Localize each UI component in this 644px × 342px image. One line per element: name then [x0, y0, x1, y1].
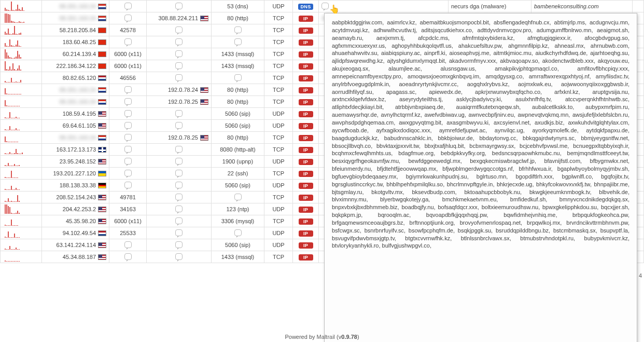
- flag-cn-icon: [98, 39, 106, 45]
- comment-icon[interactable]: [175, 206, 183, 212]
- comment-icon[interactable]: [124, 38, 132, 45]
- comment-icon[interactable]: [234, 229, 242, 236]
- ip-badge[interactable]: IP: [299, 63, 313, 70]
- ip-badge[interactable]: IP: [299, 135, 313, 141]
- comment-icon[interactable]: [124, 3, 132, 9]
- comment-icon[interactable]: [124, 170, 132, 176]
- sparkline: [3, 97, 39, 106]
- ip-badge[interactable]: IP: [299, 207, 313, 213]
- src-ip[interactable]: 89.201.163.24: [60, 87, 96, 93]
- maltrail-link[interactable]: MMaltrailaltrail: [317, 334, 335, 340]
- src-ip[interactable]: 58.218.205.84: [60, 27, 96, 33]
- dst-ip[interactable]: 192.0.78.24: [168, 87, 198, 93]
- comment-icon[interactable]: [175, 241, 183, 248]
- comment-icon[interactable]: [124, 122, 132, 129]
- comment-icon[interactable]: [321, 3, 329, 9]
- ip-badge[interactable]: IP: [299, 111, 313, 117]
- flag-us-icon: [98, 218, 106, 224]
- comment-icon[interactable]: [124, 86, 132, 93]
- src-ip[interactable]: 89.201.163.24: [60, 99, 96, 105]
- dst-ip[interactable]: 308.88.224.211: [159, 15, 198, 21]
- comment-icon[interactable]: [124, 253, 132, 260]
- ip-badge[interactable]: IP: [299, 159, 313, 165]
- comment-icon[interactable]: [175, 110, 183, 117]
- src-ip[interactable]: 94.102.49.54: [63, 230, 96, 236]
- comment-icon[interactable]: [175, 122, 183, 129]
- comment-icon[interactable]: [175, 26, 183, 33]
- ip-badge[interactable]: IP: [299, 171, 313, 177]
- ip-badge[interactable]: IP: [299, 123, 313, 129]
- sparkline: [3, 49, 39, 59]
- flag-us-icon: [200, 87, 208, 93]
- src-ip[interactable]: 89.201.163.24: [60, 3, 96, 9]
- src-ip[interactable]: 80.82.65.120: [63, 75, 96, 81]
- comment-icon[interactable]: [124, 98, 132, 105]
- comment-icon[interactable]: [175, 229, 183, 236]
- src-ip[interactable]: 183.60.48.25: [63, 39, 96, 45]
- comment-icon[interactable]: [175, 38, 183, 45]
- ip-badge[interactable]: IP: [299, 147, 313, 153]
- ip-badge[interactable]: IP: [299, 16, 313, 22]
- comment-icon[interactable]: [175, 158, 183, 165]
- ip-badge[interactable]: IP: [299, 99, 313, 105]
- flag-hr-icon: [98, 135, 106, 141]
- ip-badge[interactable]: IP: [299, 195, 313, 201]
- ip-badge[interactable]: IP: [299, 51, 313, 58]
- comment-icon[interactable]: [175, 146, 183, 153]
- src-ip[interactable]: 222.186.34.122: [57, 63, 96, 69]
- ip-badge[interactable]: IP: [299, 230, 313, 237]
- src-ip[interactable]: 89.201.163.24: [60, 15, 96, 21]
- src-ip[interactable]: 69.64.61.105: [63, 122, 96, 129]
- comment-icon[interactable]: [124, 241, 132, 248]
- ip-badge[interactable]: IP: [299, 87, 313, 93]
- src-ip[interactable]: 188.138.33.38: [60, 182, 96, 188]
- src-ip[interactable]: 45.34.88.187: [63, 254, 96, 260]
- table-row[interactable]: 89.201.163.2453 (dns)UDPDNSnecurs dga (m…: [1, 1, 644, 12]
- src-ip[interactable]: 60.214.139.4: [63, 51, 96, 57]
- comment-icon[interactable]: [175, 253, 183, 260]
- reference-cell[interactable]: bambenekconsulting.com: [534, 3, 599, 9]
- comment-icon[interactable]: [234, 26, 242, 33]
- comment-icon[interactable]: [175, 50, 183, 57]
- comment-icon[interactable]: [124, 146, 132, 153]
- src-ip[interactable]: 45.35.98.20: [66, 218, 96, 224]
- comment-icon[interactable]: [234, 194, 242, 200]
- ip-badge[interactable]: IP: [299, 39, 313, 46]
- proto: TCP: [273, 146, 284, 153]
- ip-badge[interactable]: IP: [299, 242, 313, 249]
- proto: TCP: [273, 39, 284, 45]
- comment-icon[interactable]: [124, 110, 132, 117]
- ip-badge[interactable]: IP: [299, 254, 313, 261]
- sparkline: [3, 157, 39, 166]
- src-ip[interactable]: 163.172.13.173: [57, 146, 96, 153]
- comment-icon[interactable]: [234, 38, 242, 45]
- ip-badge[interactable]: IP: [299, 28, 313, 34]
- src-ip[interactable]: 108.59.4.195: [63, 111, 96, 117]
- comment-icon[interactable]: [175, 217, 183, 224]
- src-ip[interactable]: 23.95.248.152: [60, 158, 96, 165]
- dst-ip[interactable]: 192.0.78.25: [168, 99, 198, 105]
- ip-badge[interactable]: IP: [299, 75, 313, 81]
- comment-icon[interactable]: [175, 194, 183, 200]
- src-ip[interactable]: 204.42.253.2: [63, 206, 96, 212]
- comment-icon[interactable]: [175, 3, 183, 9]
- dns-badge[interactable]: DNS: [298, 4, 314, 10]
- comment-icon[interactable]: [234, 74, 242, 81]
- comment-icon[interactable]: [175, 74, 183, 81]
- comment-icon[interactable]: [124, 182, 132, 188]
- comment-icon[interactable]: [124, 158, 132, 165]
- dst-ip[interactable]: 192.0.78.25: [168, 134, 198, 141]
- src-ip[interactable]: 208.52.154.243: [57, 194, 96, 200]
- ip-badge[interactable]: IP: [299, 183, 313, 189]
- comment-icon[interactable]: [175, 182, 183, 188]
- ip-badge[interactable]: IP: [299, 218, 313, 225]
- comment-icon[interactable]: [175, 62, 183, 69]
- src-ip[interactable]: 193.201.227.120: [53, 170, 96, 176]
- src-ip[interactable]: 63.141.224.114: [57, 242, 96, 248]
- src-ip[interactable]: 89.201.163.24: [60, 134, 96, 141]
- comment-icon[interactable]: [124, 134, 132, 141]
- comment-icon[interactable]: [175, 170, 183, 176]
- comment-icon[interactable]: [124, 15, 132, 21]
- src-port: 25533: [120, 230, 136, 236]
- proto: TCP: [273, 99, 284, 105]
